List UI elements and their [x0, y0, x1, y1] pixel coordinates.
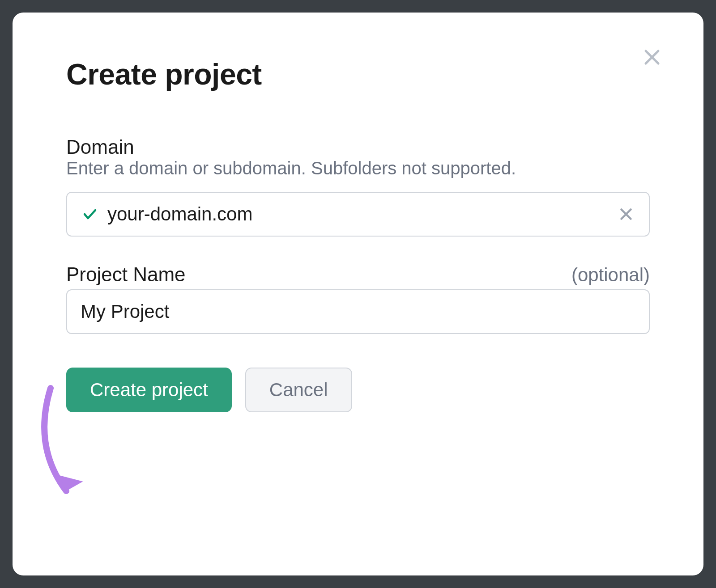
- project-name-input[interactable]: [66, 289, 650, 334]
- svg-marker-4: [54, 471, 83, 496]
- close-icon: [641, 47, 663, 68]
- check-icon: [82, 206, 98, 222]
- clear-input-icon[interactable]: [618, 206, 634, 222]
- domain-label: Domain: [66, 136, 650, 158]
- project-name-input-wrapper: [66, 289, 650, 334]
- domain-field-group: Domain Enter a domain or subdomain. Subf…: [66, 136, 650, 237]
- project-name-label-row: Project Name (optional): [66, 263, 650, 286]
- create-project-button[interactable]: Create project: [66, 368, 232, 412]
- domain-hint: Enter a domain or subdomain. Subfolders …: [66, 158, 650, 178]
- close-button[interactable]: [639, 44, 665, 71]
- project-name-label: Project Name: [66, 263, 186, 286]
- project-name-field-group: Project Name (optional): [66, 263, 650, 334]
- button-row: Create project Cancel: [66, 368, 650, 412]
- modal-title: Create project: [66, 57, 650, 91]
- domain-input[interactable]: [66, 192, 650, 237]
- domain-input-wrapper: [66, 192, 650, 237]
- create-project-modal: Create project Domain Enter a domain or …: [13, 13, 703, 575]
- optional-text: (optional): [571, 264, 650, 286]
- cancel-button[interactable]: Cancel: [245, 368, 352, 412]
